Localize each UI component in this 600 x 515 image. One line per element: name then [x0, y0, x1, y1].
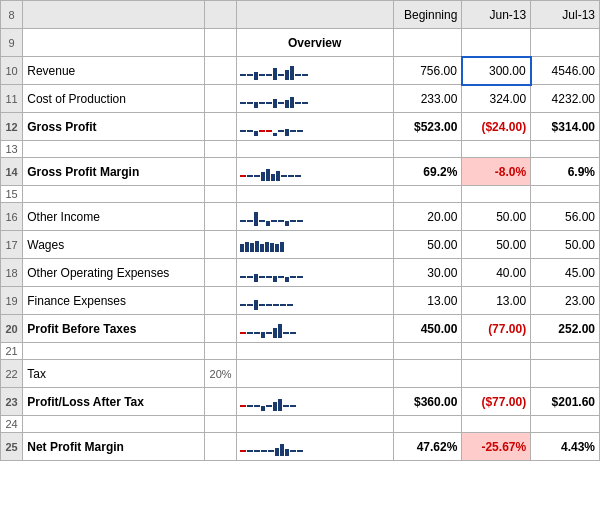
net-profit-margin-label: Net Profit Margin [23, 433, 205, 461]
row-cost-production: 11 Cost of Production 233.00 324.00 4232… [1, 85, 600, 113]
row-net-profit-margin: 25 Net Profit Margin 47.62% -25.67% 4.43… [1, 433, 600, 461]
finance-expenses-jun: 13.00 [462, 287, 531, 315]
row-num-21: 21 [1, 343, 23, 360]
row-other-income: 16 Other Income 20.00 50.00 56.00 [1, 203, 600, 231]
revenue-pct [205, 57, 236, 85]
finance-expenses-beginning: 13.00 [393, 287, 462, 315]
row-num-11: 11 [1, 85, 23, 113]
empty-21-2 [205, 343, 236, 360]
finance-expenses-sparkline [236, 287, 393, 315]
profit-before-taxes-jul: 252.00 [531, 315, 600, 343]
cost-production-label: Cost of Production [23, 85, 205, 113]
overview-beginning-empty [393, 29, 462, 57]
net-profit-margin-pct [205, 433, 236, 461]
other-operating-beginning: 30.00 [393, 259, 462, 287]
row-finance-expenses: 19 Finance Expenses 13.00 13.00 23.00 [1, 287, 600, 315]
row-num-24: 24 [1, 416, 23, 433]
tax-beginning [393, 360, 462, 388]
row-21-empty: 21 [1, 343, 600, 360]
revenue-label: Revenue [23, 57, 205, 85]
empty-24-6 [531, 416, 600, 433]
gross-profit-label: Gross Profit [23, 113, 205, 141]
net-profit-margin-beginning: 47.62% [393, 433, 462, 461]
row-gross-profit-margin: 14 Gross Profit Margin 69.2% -8.0% 6.9% [1, 158, 600, 186]
row-24-empty: 24 [1, 416, 600, 433]
overview-jun-empty [462, 29, 531, 57]
tax-jun [462, 360, 531, 388]
other-operating-jun: 40.00 [462, 259, 531, 287]
header-label-col [23, 1, 205, 29]
gross-profit-pct [205, 113, 236, 141]
row-wages: 17 Wages 50.00 50.00 50.00 [1, 231, 600, 259]
header-jun: Jun-13 [462, 1, 531, 29]
empty-24-1 [23, 416, 205, 433]
profit-loss-after-tax-label: Profit/Loss After Tax [23, 388, 205, 416]
row-13-empty: 13 [1, 141, 600, 158]
row-num-12: 12 [1, 113, 23, 141]
profit-before-taxes-label: Profit Before Taxes [23, 315, 205, 343]
cost-production-beginning: 233.00 [393, 85, 462, 113]
empty-13-2 [205, 141, 236, 158]
finance-expenses-jul: 23.00 [531, 287, 600, 315]
overview-title: Overview [236, 29, 393, 57]
empty-15-6 [531, 186, 600, 203]
empty-15-5 [462, 186, 531, 203]
profit-before-taxes-sparkline [236, 315, 393, 343]
empty-24-5 [462, 416, 531, 433]
row-revenue: 10 Revenue 756.00 300.00 4546.00 [1, 57, 600, 85]
cost-production-pct [205, 85, 236, 113]
empty-13-1 [23, 141, 205, 158]
other-income-pct [205, 203, 236, 231]
tax-jul [531, 360, 600, 388]
gross-profit-jun: ($24.00) [462, 113, 531, 141]
row-15-empty: 15 [1, 186, 600, 203]
row-other-operating: 18 Other Operating Expenses 30.00 40.00 … [1, 259, 600, 287]
gross-profit-margin-jul: 6.9% [531, 158, 600, 186]
row-num-18: 18 [1, 259, 23, 287]
profit-loss-after-tax-jul: $201.60 [531, 388, 600, 416]
wages-jun: 50.00 [462, 231, 531, 259]
spreadsheet-table: 8 Beginning Jun-13 Jul-13 9 Overview 10 … [0, 0, 600, 461]
other-income-sparkline [236, 203, 393, 231]
gross-profit-margin-beginning: 69.2% [393, 158, 462, 186]
revenue-sparkline [236, 57, 393, 85]
overview-jul-empty [531, 29, 600, 57]
other-income-jun: 50.00 [462, 203, 531, 231]
profit-before-taxes-pct [205, 315, 236, 343]
row-num-19: 19 [1, 287, 23, 315]
wages-jul: 50.00 [531, 231, 600, 259]
finance-expenses-label: Finance Expenses [23, 287, 205, 315]
empty-13-6 [531, 141, 600, 158]
other-income-beginning: 20.00 [393, 203, 462, 231]
profit-loss-after-tax-sparkline [236, 388, 393, 416]
net-profit-margin-jul: 4.43% [531, 433, 600, 461]
gross-profit-margin-sparkline [236, 158, 393, 186]
cost-production-jun: 324.00 [462, 85, 531, 113]
gross-profit-margin-pct [205, 158, 236, 186]
other-operating-label: Other Operating Expenses [23, 259, 205, 287]
other-operating-pct [205, 259, 236, 287]
other-operating-jul: 45.00 [531, 259, 600, 287]
finance-expenses-pct [205, 287, 236, 315]
profit-loss-after-tax-beginning: $360.00 [393, 388, 462, 416]
row-profit-loss-after-tax: 23 Profit/Loss After Tax $360.00 ($77.00… [1, 388, 600, 416]
row-tax: 22 Tax 20% [1, 360, 600, 388]
profit-loss-after-tax-jun: ($77.00) [462, 388, 531, 416]
tax-sparkline [236, 360, 393, 388]
empty-15-2 [205, 186, 236, 203]
empty-15-3 [236, 186, 393, 203]
empty-15-1 [23, 186, 205, 203]
row-num-25: 25 [1, 433, 23, 461]
empty-15-4 [393, 186, 462, 203]
gross-profit-beginning: $523.00 [393, 113, 462, 141]
row-num-10: 10 [1, 57, 23, 85]
net-profit-margin-jun: -25.67% [462, 433, 531, 461]
wages-sparkline [236, 231, 393, 259]
profit-loss-after-tax-pct [205, 388, 236, 416]
empty-24-4 [393, 416, 462, 433]
revenue-jul: 4546.00 [531, 57, 600, 85]
empty-21-1 [23, 343, 205, 360]
header-beginning: Beginning [393, 1, 462, 29]
revenue-jun[interactable]: 300.00 [462, 57, 531, 85]
row-num-8: 8 [1, 1, 23, 29]
